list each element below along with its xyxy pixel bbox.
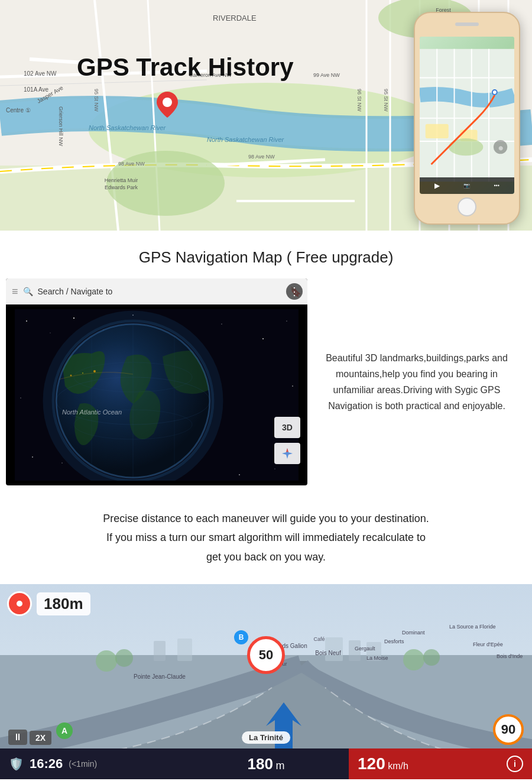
svg-text:98 Ave NW: 98 Ave NW <box>118 161 145 167</box>
svg-point-76 <box>239 474 240 475</box>
map-pin <box>157 92 178 118</box>
svg-text:Desforts: Desforts <box>384 639 404 644</box>
pause-button[interactable]: ⏸ <box>8 730 27 745</box>
search-icon: 🔍 <box>23 287 33 296</box>
svg-text:101A Ave: 101A Ave <box>24 86 49 93</box>
marker-b: B <box>234 630 248 644</box>
svg-point-64 <box>50 333 51 333</box>
nav-title-section: GPS Navigation Map ( Free upgrade) <box>0 231 532 278</box>
nav-bottom-right: 120 km/h i <box>349 748 532 779</box>
nav-time-sub: (<1min) <box>69 759 97 769</box>
svg-text:Edwards Park: Edwards Park <box>105 184 138 190</box>
globe-container: ≡ 🔍 Search / Navigate to 🔖 ⋮ <box>6 278 307 485</box>
svg-point-71 <box>32 456 33 458</box>
svg-point-69 <box>262 338 264 339</box>
nav-speed: 120 <box>358 754 385 773</box>
svg-text:98 Ave NW: 98 Ave NW <box>248 154 275 160</box>
map-title: GPS Track History <box>77 53 294 82</box>
globe-section: ≡ 🔍 Search / Navigate to 🔖 ⋮ <box>0 278 532 491</box>
svg-point-65 <box>73 317 74 319</box>
nav-speed-unit: km/h <box>388 761 408 771</box>
svg-text:102 Ave NW: 102 Ave NW <box>24 70 57 77</box>
svg-text:⊕: ⊕ <box>498 145 503 151</box>
svg-point-73 <box>21 398 21 398</box>
more-options-icon[interactable]: ⋮ <box>286 283 303 300</box>
speed-limit-sign: 50 <box>247 636 285 674</box>
marker-a: A <box>56 722 73 739</box>
shield-icon: 🛡️ <box>9 757 24 771</box>
maneuver-section: Precise distance to each maneuver will g… <box>0 491 532 584</box>
svg-rect-97 <box>177 639 192 661</box>
svg-rect-98 <box>154 641 166 661</box>
info-icon[interactable]: i <box>507 756 523 772</box>
svg-point-88 <box>82 372 83 374</box>
maneuver-text-1: Precise distance to each maneuver will g… <box>35 509 497 528</box>
current-speed-sign: 90 <box>493 714 524 745</box>
svg-point-102 <box>423 649 440 666</box>
svg-text:96 St NW: 96 St NW <box>356 89 362 112</box>
svg-point-46 <box>163 98 172 107</box>
nav-meters-unit: m <box>275 760 284 772</box>
nav-title: GPS Navigation Map ( Free upgrade) <box>139 248 394 266</box>
hamburger-icon[interactable]: ≡ <box>12 286 18 298</box>
svg-text:Grierson Hill NW: Grierson Hill NW <box>58 106 64 147</box>
svg-text:Bois Neuf: Bois Neuf <box>315 650 341 656</box>
svg-text:Fleur d'Epée: Fleur d'Epée <box>473 641 503 647</box>
svg-rect-55 <box>426 124 449 138</box>
globe-canvas: North Atlantic Ocean <box>6 278 307 485</box>
maneuver-text-2: If you miss a turn our smart algorithm w… <box>35 528 497 547</box>
phone-mockup: Map GPS Track History Device <box>414 12 520 225</box>
svg-point-99 <box>96 650 117 672</box>
svg-text:La Source a Floride: La Source a Floride <box>449 624 496 630</box>
svg-point-72 <box>275 469 275 469</box>
svg-text:Pointe Jean-Claude: Pointe Jean-Claude <box>134 673 186 680</box>
nav-screen-section: Pointe Jean-Claude Fonds Galion Bois Neu… <box>0 584 532 779</box>
svg-point-87 <box>70 375 72 377</box>
svg-text:North Atlantic Ocean: North Atlantic Ocean <box>62 409 122 416</box>
svg-text:La Moise: La Moise <box>366 655 388 661</box>
svg-text:Bois d'Inde: Bois d'Inde <box>497 653 523 659</box>
svg-point-70 <box>287 321 287 322</box>
search-text[interactable]: Search / Navigate to <box>38 287 285 296</box>
compass-button[interactable] <box>274 443 300 464</box>
svg-text:RIVERDALE: RIVERDALE <box>213 14 257 22</box>
nav-time: 16:26 <box>30 756 63 772</box>
map-section: 102 Ave NW 101A Ave RIVERDALE North Sask… <box>0 0 532 231</box>
svg-point-101 <box>403 649 424 670</box>
svg-text:Centre ①: Centre ① <box>6 107 31 114</box>
svg-point-59 <box>493 90 497 94</box>
distance-text: 180m <box>37 592 90 615</box>
globe-search-bar: ≡ 🔍 Search / Navigate to 🔖 <box>6 278 307 304</box>
svg-point-100 <box>115 649 133 667</box>
svg-point-68 <box>222 324 222 325</box>
current-speed-value: 90 <box>501 722 515 737</box>
speed-limit-value: 50 <box>259 647 273 663</box>
2x-button[interactable]: 2X <box>30 731 51 745</box>
3d-button[interactable]: 3D <box>274 417 300 438</box>
globe-description: Beautiful 3D landmarks,buildings,parks a… <box>307 278 526 485</box>
globe-description-text: Beautiful 3D landmarks,buildings,parks a… <box>319 350 514 414</box>
svg-text:Dominant: Dominant <box>402 630 425 636</box>
svg-text:95 St NW: 95 St NW <box>93 89 99 112</box>
svg-text:North Saskatchewan River: North Saskatchewan River <box>207 136 285 143</box>
nav-bottom-middle: 180 m <box>183 755 349 773</box>
svg-point-74 <box>292 385 293 387</box>
svg-point-75 <box>62 463 63 464</box>
svg-text:Café: Café <box>313 636 325 642</box>
svg-point-63 <box>26 320 27 322</box>
nav-bottom-bar: 🛡️ 16:26 (<1min) 180 m 120 km/h i <box>0 748 532 779</box>
location-label: La Trinité <box>242 731 290 744</box>
nav-meters: 180 <box>248 755 273 773</box>
svg-text:99 Ave NW: 99 Ave NW <box>313 72 340 78</box>
svg-point-89 <box>93 370 96 372</box>
maneuver-text-3: get you back on you way. <box>35 547 497 566</box>
svg-text:Gergault: Gergault <box>355 646 375 652</box>
svg-text:North Saskatchewan River: North Saskatchewan River <box>89 124 167 131</box>
distance-indicator: 180m <box>7 591 90 616</box>
svg-text:95 St NW: 95 St NW <box>383 89 389 112</box>
svg-rect-94 <box>325 637 343 661</box>
location-pin-icon <box>7 591 32 616</box>
svg-text:Henrietta Muir: Henrietta Muir <box>105 177 138 183</box>
nav-bottom-left: 🛡️ 16:26 (<1min) <box>0 756 183 772</box>
